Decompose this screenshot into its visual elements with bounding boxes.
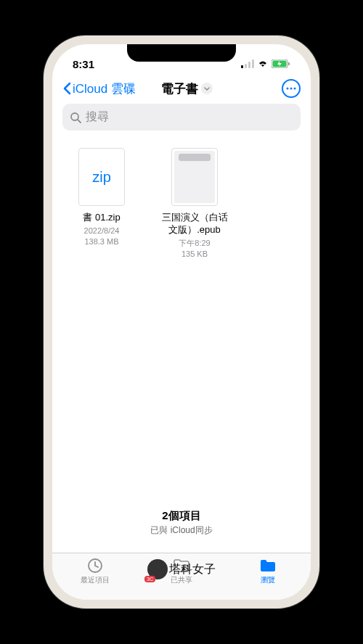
watermark-text: 塔科女子 xyxy=(169,562,216,577)
more-button[interactable] xyxy=(282,79,301,98)
svg-rect-2 xyxy=(248,62,250,68)
content-area[interactable]: zip 書 01.zip 2022/8/24 138.3 MB 三国演义（白话文… xyxy=(52,138,311,553)
tab-label: 最近項目 xyxy=(81,575,110,585)
search-input[interactable]: 搜尋 xyxy=(62,104,301,131)
file-name: 三国演义（白话文版）.epub xyxy=(158,212,231,236)
file-size: 135 KB xyxy=(182,249,208,260)
file-item-epub[interactable]: 三国演义（白话文版）.epub 下午8:29 135 KB xyxy=(158,148,231,260)
epub-file-icon xyxy=(171,148,218,206)
tab-browse[interactable]: 瀏覽 xyxy=(224,558,311,585)
footer-info: 2個項目 已與 iCloud同步 xyxy=(65,509,298,537)
svg-point-7 xyxy=(287,88,289,90)
clock-icon xyxy=(86,558,105,574)
svg-rect-6 xyxy=(288,62,290,65)
sync-status: 已與 iCloud同步 xyxy=(65,524,298,537)
wifi-icon xyxy=(257,59,269,68)
ellipsis-icon xyxy=(286,87,296,90)
notch xyxy=(127,44,236,62)
svg-rect-0 xyxy=(241,65,243,68)
tab-recents[interactable]: 最近項目 xyxy=(52,558,139,585)
svg-point-8 xyxy=(290,88,293,90)
file-item-zip[interactable]: zip 書 01.zip 2022/8/24 138.3 MB xyxy=(65,148,138,260)
file-grid: zip 書 01.zip 2022/8/24 138.3 MB 三国演义（白话文… xyxy=(65,148,298,260)
chevron-down-icon xyxy=(201,83,213,94)
battery-icon xyxy=(272,59,290,68)
chevron-left-icon xyxy=(62,82,71,95)
svg-line-11 xyxy=(78,120,81,123)
svg-rect-3 xyxy=(252,59,254,68)
zip-file-icon: zip xyxy=(78,148,125,206)
watermark-avatar-icon xyxy=(147,559,168,579)
item-count: 2個項目 xyxy=(65,509,298,523)
file-size: 138.3 MB xyxy=(84,236,118,247)
status-time: 8:31 xyxy=(73,58,94,70)
svg-rect-1 xyxy=(245,64,247,68)
nav-title: 電子書 xyxy=(161,80,198,97)
search-icon xyxy=(70,112,81,123)
phone-screen: 8:31 iCloud 雲碟 電子書 xyxy=(52,44,311,600)
search-placeholder: 搜尋 xyxy=(86,110,109,125)
file-date: 下午8:29 xyxy=(179,238,210,249)
file-date: 2022/8/24 xyxy=(84,226,120,236)
nav-bar: iCloud 雲碟 電子書 xyxy=(52,76,311,104)
watermark: 塔科女子 xyxy=(147,559,216,579)
phone-frame: 8:31 iCloud 雲碟 電子書 xyxy=(44,36,319,608)
folder-icon xyxy=(258,558,277,574)
svg-point-9 xyxy=(294,88,296,90)
status-indicators xyxy=(241,59,290,68)
nav-title-button[interactable]: 電子書 xyxy=(95,80,279,97)
signal-icon xyxy=(241,59,254,68)
tab-label: 瀏覽 xyxy=(261,575,275,585)
file-name: 書 01.zip xyxy=(83,212,120,224)
